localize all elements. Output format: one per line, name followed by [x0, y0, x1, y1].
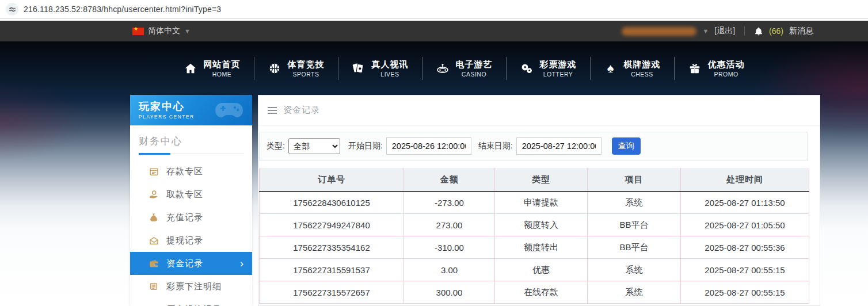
nav-divider: [590, 57, 591, 80]
home-icon: [184, 62, 197, 75]
table-row: 1756228430610125 -273.00 申请提款 系统 2025-08…: [260, 192, 809, 214]
process-time: 2025-08-27 01:05:50: [681, 214, 809, 236]
nav-item-lives[interactable]: 真人视讯LIVES: [352, 59, 409, 77]
site-settings-icon[interactable]: [6, 3, 18, 16]
sidebar-item-label: 存款专区: [166, 166, 203, 177]
nav-divider: [254, 57, 254, 80]
nav-item-lottery[interactable]: 彩票游戏LOTTERY: [520, 59, 577, 77]
browser-address-bar[interactable]: 216.118.235.52:8783/hhcp/usercenter.html…: [0, 0, 868, 19]
players-center-sidebar: 玩家中心 PLAYERS CENTER 财务中心: [130, 95, 252, 306]
sidebar-item-withdraw[interactable]: 取款专区: [130, 183, 252, 206]
process-time: 2025-08-27 01:13:50: [681, 192, 809, 214]
sidebar-item-label: 取款专区: [166, 189, 203, 200]
table-row: 1756227315572657 300.00 在线存款 系统 2025-08-…: [260, 281, 809, 304]
table-header-row: 订单号 金额 类型 项目 处理时间: [260, 169, 809, 192]
order-id: 1756227315572657: [260, 281, 404, 304]
roulette-icon: [436, 62, 450, 75]
withdraw-hand-icon: [149, 189, 159, 200]
deposit-card-icon: [149, 166, 159, 177]
start-date-input[interactable]: [386, 137, 471, 155]
chevron-right-icon: ›: [240, 258, 244, 269]
finance-section-label: 财务中心: [139, 135, 243, 148]
envelope-icon: [149, 235, 159, 246]
table-row: 1756227949247840 273.00 额度转入 BB平台 2025-0…: [260, 214, 809, 236]
sidebar-item-withdrawal-records[interactable]: 提现记录: [130, 229, 252, 252]
lottery-balls-icon: [520, 62, 534, 75]
bell-icon[interactable]: [754, 26, 763, 36]
amount: 273.00: [404, 214, 495, 236]
order-id: 1756228430610125: [260, 192, 404, 214]
menu-icon[interactable]: [268, 107, 277, 114]
table-row: 1756227315591537 3.00 优惠 系统 2025-08-27 0…: [260, 259, 809, 281]
language-selector[interactable]: ★ 简体中文 ▼: [132, 26, 191, 36]
nav-item-home[interactable]: 网站首页HOME: [184, 59, 241, 77]
sidebar-item-recharge-records[interactable]: 充值记录: [130, 206, 252, 229]
sidebar-item-label: 彩票下注明细: [166, 281, 222, 292]
nav-item-promo[interactable]: 优惠活动PROMO: [688, 59, 745, 77]
col-type: 类型: [495, 169, 588, 192]
end-date-label: 结束日期:: [478, 141, 513, 151]
fund-records-panel: 资金记录 类型: 全部 开始日期: 结束日期: 查询 订单号 金额 类型: [258, 95, 820, 306]
filter-bar: 类型: 全部 开始日期: 结束日期: 查询: [259, 132, 808, 160]
project: BB平台: [588, 236, 681, 259]
fund-records-table: 订单号 金额 类型 项目 处理时间 1756228430610125 -273.…: [259, 168, 809, 304]
sidebar-item-label: 资金记录: [166, 258, 203, 269]
amount: -273.00: [404, 192, 495, 214]
process-time: 2025-08-27 00:55:36: [681, 236, 809, 259]
user-chevron-down-icon[interactable]: ▼: [702, 28, 709, 35]
section-underline: [139, 153, 243, 155]
type: 申请提款: [495, 192, 588, 214]
chevron-down-icon: ▼: [184, 28, 191, 35]
panel-title: 资金记录: [283, 105, 320, 116]
project: 系统: [588, 259, 681, 281]
col-project: 项目: [588, 169, 681, 192]
search-button[interactable]: 查询: [612, 137, 641, 155]
nav-item-chess[interactable]: ♠ 棋牌游戏CHESS: [604, 59, 661, 77]
end-date-input[interactable]: [516, 137, 601, 155]
sidebar-item-hall-bet-records[interactable]: 厅室投注记录: [130, 298, 252, 306]
nav-divider: [422, 57, 422, 80]
message-count[interactable]: (66): [769, 26, 783, 36]
top-utility-bar: ★ 简体中文 ▼ ▼ [退出] (66) 新消息: [0, 21, 868, 41]
process-time: 2025-08-27 00:55:15: [681, 259, 809, 281]
url-text[interactable]: 216.118.235.52:8783/hhcp/usercenter.html…: [24, 5, 221, 14]
order-id: 1756227335354162: [260, 236, 404, 259]
username-redacted[interactable]: [622, 27, 696, 36]
nav-divider: [506, 57, 507, 80]
logout-link[interactable]: [退出]: [714, 26, 735, 36]
spade-icon: ♠: [604, 62, 618, 75]
language-label: 简体中文: [148, 26, 180, 36]
moneybag-icon: [149, 212, 159, 223]
main-navigation: 网站首页HOME 体育竞技SPORTS 真人视讯LIVES: [0, 52, 868, 85]
nav-item-sports[interactable]: 体育竞技SPORTS: [268, 59, 325, 77]
sidebar-item-label: 充值记录: [166, 212, 203, 223]
sidebar-item-label: 厅室投注记录: [166, 304, 222, 306]
sidebar-item-lottery-bet-details[interactable]: 彩票下注明细: [130, 275, 252, 298]
type: 在线存款: [495, 281, 588, 304]
amount: -310.00: [404, 236, 495, 259]
process-time: 2025-08-27 00:55:15: [681, 281, 809, 304]
new-messages-link[interactable]: 新消息: [789, 26, 813, 36]
bet-card-icon: [149, 281, 159, 292]
type-select[interactable]: 全部: [288, 138, 340, 154]
nav-divider: [674, 57, 675, 80]
start-date-label: 开始日期:: [348, 141, 383, 151]
amount: 300.00: [404, 281, 495, 304]
col-order-id: 订单号: [260, 169, 404, 192]
nav-divider: [338, 57, 338, 80]
basketball-icon: [268, 62, 281, 75]
sidebar-menu: 存款专区 取款专区 充值记录: [130, 160, 252, 306]
type-label: 类型:: [267, 141, 285, 151]
panel-title-bar: 资金记录: [258, 95, 820, 125]
sidebar-header: 玩家中心 PLAYERS CENTER: [130, 95, 252, 125]
sidebar-item-fund-records[interactable]: 资金记录 ›: [130, 252, 252, 275]
page-background: 网站首页HOME 体育竞技SPORTS 真人视讯LIVES: [0, 41, 868, 306]
project: 系统: [588, 281, 681, 304]
china-flag-icon: ★: [132, 28, 144, 35]
nav-item-casino[interactable]: 电子游艺CASINO: [436, 59, 493, 77]
col-amount: 金额: [404, 169, 495, 192]
col-process-time: 处理时间: [681, 169, 809, 192]
gamepad-icon: [214, 100, 244, 123]
table-row: 1756227335354162 -310.00 额度转出 BB平台 2025-…: [260, 236, 809, 259]
sidebar-item-deposit[interactable]: 存款专区: [130, 160, 252, 183]
